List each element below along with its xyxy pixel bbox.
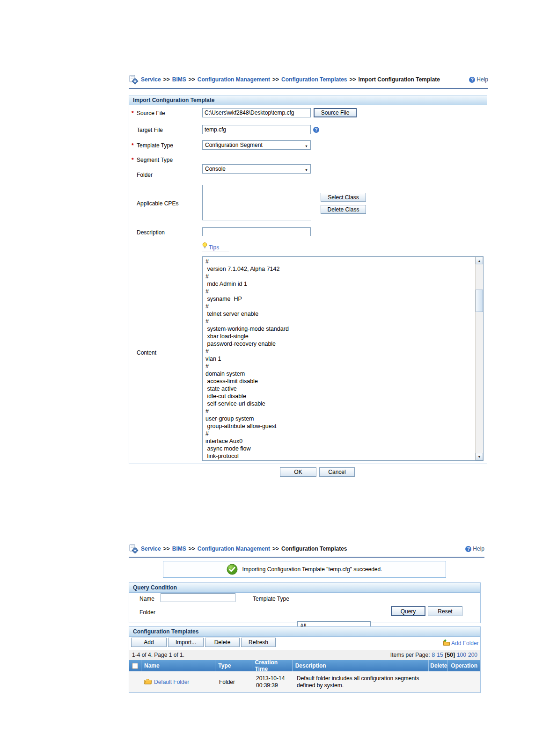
select-all-checkbox[interactable] bbox=[132, 663, 138, 669]
query-condition-panel: Query Condition bbox=[129, 582, 481, 623]
folder-filter-label: Folder bbox=[139, 609, 155, 616]
query-button[interactable]: Query bbox=[391, 606, 425, 616]
required-marker: * bbox=[132, 110, 134, 116]
items-per-page-label: Items per Page: bbox=[390, 652, 430, 658]
column-header-type[interactable]: Type bbox=[215, 660, 252, 671]
row-delete-cell bbox=[432, 671, 451, 692]
breadcrumb-link-bims[interactable]: BIMS bbox=[172, 76, 186, 83]
breadcrumb-separator: >> bbox=[350, 76, 356, 83]
page-size-50-current: [50] bbox=[445, 652, 455, 658]
column-header-description[interactable]: Description bbox=[293, 660, 429, 671]
delete-button[interactable]: Delete bbox=[205, 638, 240, 647]
breadcrumb-divider bbox=[129, 88, 488, 89]
success-message-box: Importing Configuration Template "temp.c… bbox=[163, 561, 446, 578]
pagination-range: 1-4 of 4. Page 1 of 1. bbox=[132, 652, 184, 658]
reset-button[interactable]: Reset bbox=[428, 606, 462, 616]
add-folder-label: Add Folder bbox=[451, 640, 479, 647]
template-type-filter-label: Template Type bbox=[253, 596, 289, 602]
panel-title: Import Configuration Template bbox=[129, 95, 487, 105]
breadcrumb-link-configuration-templates[interactable]: Configuration Templates bbox=[281, 76, 347, 83]
configuration-templates-title: Configuration Templates bbox=[129, 627, 480, 637]
import-button[interactable]: Import... bbox=[168, 638, 204, 647]
required-marker: * bbox=[132, 157, 134, 163]
breadcrumb-separator: >> bbox=[189, 545, 195, 552]
breadcrumb-separator: >> bbox=[163, 545, 170, 552]
success-check-icon bbox=[227, 564, 238, 575]
select-class-button[interactable]: Select Class bbox=[321, 193, 366, 202]
name-input[interactable] bbox=[161, 593, 235, 602]
required-marker: * bbox=[132, 142, 134, 149]
template-type-label: Template Type bbox=[137, 142, 173, 149]
breadcrumb-link-bims[interactable]: BIMS bbox=[172, 545, 186, 552]
content-scrollbar[interactable]: ▲ ▼ bbox=[475, 257, 483, 460]
breadcrumb-separator: >> bbox=[272, 76, 279, 83]
refresh-button[interactable]: Refresh bbox=[241, 638, 276, 647]
column-header-delete[interactable]: Delete bbox=[429, 660, 448, 671]
scroll-up-icon[interactable]: ▲ bbox=[476, 257, 483, 264]
source-file-input[interactable] bbox=[202, 108, 311, 117]
column-header-creation-time[interactable]: Creation Time bbox=[252, 660, 293, 671]
breadcrumb: Service >> BIMS >> Configuration Managem… bbox=[129, 74, 488, 85]
service-icon bbox=[129, 75, 139, 85]
breadcrumb-current: Import Configuration Template bbox=[359, 76, 440, 83]
source-file-label: Source File bbox=[137, 110, 165, 116]
service-icon bbox=[129, 544, 139, 554]
applicable-cpes-label: Applicable CPEs bbox=[137, 200, 178, 207]
help-icon: ? bbox=[469, 77, 475, 83]
page-size-200[interactable]: 200 bbox=[468, 652, 477, 658]
row-name-cell: Default Folder bbox=[141, 671, 216, 692]
applicable-cpes-listbox[interactable] bbox=[202, 185, 311, 220]
content-label: Content bbox=[137, 349, 156, 356]
page-size-8[interactable]: 8 bbox=[432, 652, 435, 658]
column-header-name[interactable]: Name bbox=[141, 660, 215, 671]
folder-label: Folder bbox=[137, 172, 153, 178]
page-size-100[interactable]: 100 bbox=[457, 652, 466, 658]
help-label: Help bbox=[476, 76, 488, 83]
ok-button[interactable]: OK bbox=[280, 467, 316, 477]
page-size-15[interactable]: 15 bbox=[437, 652, 443, 658]
add-folder-link[interactable]: Add Folder bbox=[443, 639, 479, 647]
breadcrumb-link-configuration-management[interactable]: Configuration Management bbox=[198, 545, 270, 552]
row-description-cell: Default folder includes all configuratio… bbox=[294, 671, 432, 692]
target-file-input[interactable] bbox=[202, 125, 311, 134]
segment-type-value: Console bbox=[205, 166, 226, 172]
target-file-help-icon[interactable]: ? bbox=[313, 127, 319, 133]
column-header-operation[interactable]: Operation bbox=[448, 660, 480, 671]
breadcrumb-separator: >> bbox=[163, 76, 170, 83]
scroll-down-icon[interactable]: ▼ bbox=[476, 453, 483, 460]
tips-link[interactable]: Tips bbox=[202, 242, 229, 252]
description-label: Description bbox=[137, 229, 165, 236]
breadcrumb-current: Configuration Templates bbox=[281, 545, 347, 552]
table-row: Default Folder Folder 2013-10-14 00:39:3… bbox=[129, 671, 480, 692]
pagination-bar: 1-4 of 4. Page 1 of 1. Items per Page: 8… bbox=[129, 650, 480, 660]
name-label: Name bbox=[139, 596, 154, 602]
content-text: # version 7.1.042, Alpha 7142 # mdc Admi… bbox=[203, 257, 483, 460]
breadcrumb-divider bbox=[129, 557, 484, 558]
help-link[interactable]: ? Help bbox=[465, 544, 484, 554]
segment-type-label: Segment Type bbox=[137, 157, 173, 163]
breadcrumb-link-service[interactable]: Service bbox=[141, 76, 161, 83]
template-type-value: Configuration Segment bbox=[205, 142, 263, 148]
row-checkbox-cell bbox=[129, 671, 141, 692]
success-message-text: Importing Configuration Template "temp.c… bbox=[242, 566, 382, 573]
template-name-link[interactable]: Default Folder bbox=[154, 679, 189, 685]
breadcrumb-link-configuration-management[interactable]: Configuration Management bbox=[198, 76, 270, 83]
query-condition-title: Query Condition bbox=[129, 583, 480, 593]
description-input[interactable] bbox=[202, 227, 311, 236]
help-link[interactable]: ? Help bbox=[469, 74, 488, 85]
breadcrumb: Service >> BIMS >> Configuration Managem… bbox=[129, 544, 484, 554]
segment-type-select[interactable]: Console ▼ bbox=[202, 164, 311, 174]
breadcrumb-link-service[interactable]: Service bbox=[141, 545, 161, 552]
add-button[interactable]: Add bbox=[131, 638, 167, 647]
help-label: Help bbox=[473, 545, 484, 552]
delete-class-button[interactable]: Delete Class bbox=[321, 205, 366, 214]
row-creation-time-cell: 2013-10-14 00:39:39 bbox=[253, 671, 294, 692]
content-textarea[interactable]: # version 7.1.042, Alpha 7142 # mdc Admi… bbox=[202, 256, 484, 461]
scrollbar-thumb[interactable] bbox=[476, 290, 483, 312]
source-file-button[interactable]: Source File bbox=[314, 108, 357, 117]
target-file-label: Target File bbox=[137, 127, 163, 133]
breadcrumb-separator: >> bbox=[272, 545, 279, 552]
cancel-button[interactable]: Cancel bbox=[319, 467, 355, 477]
template-type-select[interactable]: Configuration Segment ▼ bbox=[202, 140, 311, 150]
folder-icon bbox=[144, 678, 152, 686]
